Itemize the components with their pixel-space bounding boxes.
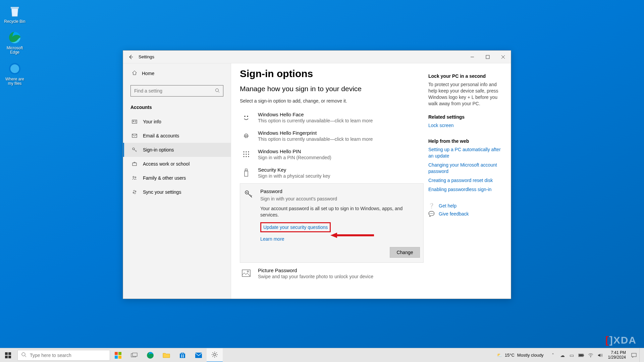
where-files-icon[interactable]: Where are my files — [3, 62, 27, 86]
svg-point-12 — [244, 116, 246, 117]
sidebar-home[interactable]: Home — [123, 67, 231, 80]
give-feedback-link[interactable]: 💬Give feedback — [428, 211, 503, 217]
tray-volume-icon[interactable] — [596, 353, 604, 358]
tray-battery-icon[interactable] — [577, 354, 585, 357]
svg-point-22 — [248, 156, 249, 157]
taskbar-news-icon[interactable] — [110, 348, 126, 362]
svg-rect-42 — [181, 355, 182, 356]
option-hello-fingerprint[interactable]: Windows Hello FingerprintThis option is … — [240, 127, 424, 145]
search-input[interactable] — [134, 88, 215, 94]
people-icon — [131, 175, 138, 181]
web-link-3[interactable]: Enabling passwordless sign-in — [428, 186, 503, 193]
web-link-1[interactable]: Changing your Microsoft account password — [428, 162, 503, 175]
option-password[interactable]: Password Sign in with your account's pas… — [240, 183, 424, 263]
start-button[interactable] — [0, 348, 16, 362]
update-security-questions-link[interactable]: Update your security questions — [260, 222, 331, 232]
svg-point-47 — [214, 354, 216, 356]
svg-rect-29 — [5, 352, 8, 355]
sync-icon — [131, 189, 138, 195]
change-password-button[interactable]: Change — [390, 247, 420, 258]
svg-rect-44 — [181, 356, 182, 357]
fingerprint-icon — [240, 130, 252, 141]
option-security-key[interactable]: Security KeySign in with a physical secu… — [240, 164, 424, 182]
settings-search[interactable] — [130, 85, 223, 97]
task-view-button[interactable] — [126, 348, 142, 362]
learn-more-link[interactable]: Learn more — [260, 236, 284, 242]
search-icon — [215, 88, 220, 94]
sidebar-item-family[interactable]: Family & other users — [123, 171, 231, 185]
taskbar-settings-icon[interactable] — [207, 348, 223, 362]
taskbar-edge-icon[interactable] — [142, 348, 158, 362]
svg-point-15 — [246, 152, 247, 153]
sidebar-item-work[interactable]: Access work or school — [123, 157, 231, 171]
show-desktop-button[interactable] — [639, 348, 642, 362]
option-picture-password[interactable]: Picture PasswordSwipe and tap your favor… — [240, 264, 424, 283]
desktop-icons: Recycle Bin Microsoft Edge Where are my … — [3, 4, 27, 86]
signin-options-list: Windows Hello FaceThis option is current… — [240, 108, 424, 283]
weather-widget[interactable]: ⛅ 15°C Mostly cloudy — [493, 353, 548, 358]
svg-point-16 — [248, 152, 249, 153]
svg-rect-7 — [132, 134, 137, 137]
back-button[interactable] — [123, 51, 139, 63]
svg-rect-50 — [579, 354, 583, 356]
main-right: Lock your PC in a second To protect your… — [424, 68, 511, 299]
person-card-icon — [131, 119, 138, 125]
svg-rect-46 — [195, 353, 202, 358]
svg-point-4 — [216, 88, 219, 92]
tray-chevron-icon[interactable]: ˄ — [549, 353, 557, 358]
tray-wifi-icon[interactable] — [587, 353, 595, 357]
svg-point-6 — [133, 121, 134, 122]
web-link-2[interactable]: Creating a password reset disk — [428, 177, 503, 184]
svg-rect-30 — [8, 352, 11, 355]
usb-key-icon — [240, 167, 252, 178]
svg-point-19 — [248, 154, 249, 155]
system-tray: ⛅ 15°C Mostly cloudy ˄ ☁ ▭ 7:41 PM 1/29/… — [493, 348, 644, 362]
mail-icon — [131, 133, 138, 139]
option-hello-face[interactable]: Windows Hello FaceThis option is current… — [240, 108, 424, 127]
home-icon — [132, 70, 137, 76]
sidebar-item-your-info[interactable]: Your info — [123, 115, 231, 129]
maximize-button[interactable] — [480, 51, 495, 63]
svg-rect-31 — [5, 356, 8, 358]
edge-icon[interactable]: Microsoft Edge — [3, 31, 27, 55]
svg-point-28 — [247, 271, 249, 272]
svg-rect-32 — [8, 356, 11, 358]
minimize-button[interactable] — [465, 51, 480, 63]
recycle-bin-icon[interactable]: Recycle Bin — [3, 4, 27, 24]
svg-point-13 — [247, 116, 248, 117]
web-link-0[interactable]: Setting up a PC automatically after an u… — [428, 146, 503, 159]
taskbar-search-input[interactable] — [30, 353, 106, 358]
svg-rect-27 — [242, 270, 250, 277]
help-icon: ❔ — [428, 203, 435, 209]
tray-meet-icon[interactable]: ▭ — [568, 353, 576, 358]
svg-rect-36 — [115, 356, 118, 359]
svg-rect-45 — [183, 356, 184, 357]
sidebar-item-sync[interactable]: Sync your settings — [123, 185, 231, 199]
related-settings-section: Related settings Lock screen — [428, 114, 503, 131]
sidebar-item-email[interactable]: Email & accounts — [123, 129, 231, 143]
lock-pc-section: Lock your PC in a second To protect your… — [428, 73, 503, 107]
password-key-icon — [243, 188, 254, 200]
taskbar-clock[interactable]: 7:41 PM 1/29/2024 — [605, 351, 629, 359]
svg-point-21 — [246, 156, 247, 157]
svg-point-33 — [22, 353, 25, 356]
tray-onedrive-icon[interactable]: ☁ — [558, 353, 567, 358]
main-content: Sign-in options Manage how you sign in t… — [231, 63, 511, 299]
get-help-link[interactable]: ❔Get help — [428, 203, 503, 209]
tray-notifications-icon[interactable] — [630, 353, 638, 358]
weather-icon: ⛅ — [497, 353, 502, 358]
svg-rect-49 — [583, 355, 584, 356]
svg-point-18 — [246, 154, 247, 155]
settings-window: Settings Home Accounts Your info Email &… — [123, 50, 511, 299]
taskbar-search[interactable] — [17, 350, 110, 361]
close-button[interactable] — [495, 51, 511, 63]
svg-rect-24 — [245, 169, 247, 171]
option-hello-pin[interactable]: Windows Hello PINSign in with a PIN (Rec… — [240, 145, 424, 164]
taskbar-store-icon[interactable] — [174, 348, 191, 362]
svg-point-51 — [590, 357, 591, 357]
sidebar-item-signin[interactable]: Sign-in options — [123, 143, 231, 157]
taskbar-mail-icon[interactable] — [191, 348, 207, 362]
taskbar-explorer-icon[interactable] — [158, 348, 174, 362]
lock-screen-link[interactable]: Lock screen — [428, 122, 503, 129]
svg-rect-3 — [486, 55, 489, 59]
